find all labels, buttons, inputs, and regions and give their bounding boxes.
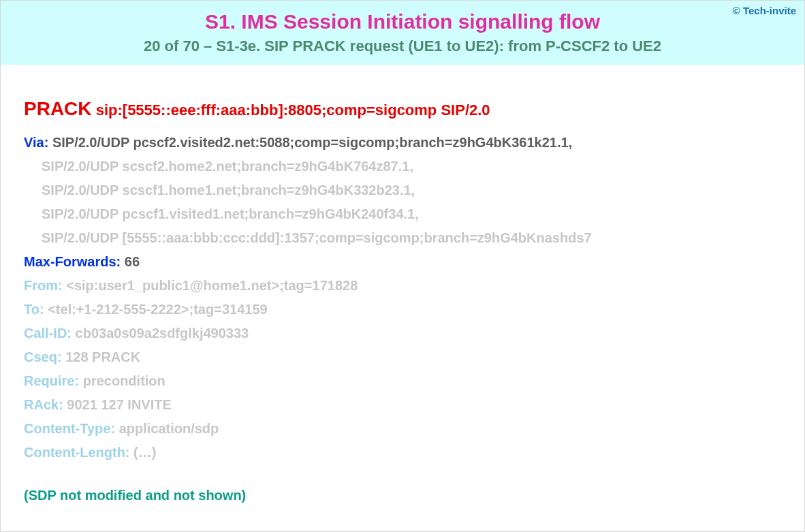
sip-header-value: <sip:user1_public1@home1.net>;tag=171828 [66,278,358,293]
sip-header-value: 128 PRACK [65,349,140,364]
sdp-note: (SDP not modified and not shown) [24,484,784,507]
sip-header-value: application/sdp [119,421,219,436]
max-forwards-header: Max-Forwards: 66 [24,250,784,274]
sip-header-name: From: [24,278,63,293]
sip-header-name: RAck: [24,397,63,412]
via-header-continuation: SIP/2.0/UDP [5555::aaa:bbb:ccc:ddd]:1357… [24,226,784,250]
sip-header: To: <tel:+1-212-555-2222>;tag=314159 [24,298,784,322]
sip-header: Content-Type: application/sdp [24,417,784,441]
sip-method: PRACK [24,98,92,119]
sip-header: Cseq: 128 PRACK [24,345,784,369]
sip-header-name: Call-ID: [24,326,72,341]
copyright-text: © Tech-invite [733,5,796,16]
via-header-continuation: SIP/2.0/UDP scscf2.home2.net;branch=z9hG… [24,155,784,178]
sip-header-name: Cseq: [24,349,62,364]
message-body: PRACK sip:[5555::eee:fff:aaa:bbb]:8805;c… [1,65,804,521]
page-title: S1. IMS Session Initiation signalling fl… [1,10,804,33]
max-forwards-name: Max-Forwards: [24,254,121,269]
via-header-first-value: SIP/2.0/UDP pcscf2.visited2.net:5088;com… [52,135,572,150]
faded-headers-block: From: <sip:user1_public1@home1.net>;tag=… [24,274,784,465]
sip-header-value: cb03a0s09a2sdfglkj490333 [76,326,249,341]
max-forwards-value: 66 [125,254,140,269]
sip-header-value: precondition [83,373,165,388]
sip-request-uri: sip:[5555::eee:fff:aaa:bbb]:8805;comp=si… [96,101,490,119]
sip-header-name: Content-Type: [24,421,115,436]
sip-header: RAck: 9021 127 INVITE [24,393,784,417]
via-header-continuations: SIP/2.0/UDP scscf2.home2.net;branch=z9hG… [24,155,784,250]
sip-header-value: (…) [133,445,156,460]
header-banner: © Tech-invite S1. IMS Session Initiation… [1,1,804,65]
sip-header-name: Require: [24,373,79,388]
sip-header-value: 9021 127 INVITE [67,397,171,412]
sip-header-name: To: [24,302,44,317]
sip-header: Require: precondition [24,369,784,393]
via-header: Via: SIP/2.0/UDP pcscf2.visited2.net:508… [24,131,784,155]
sip-header-value: <tel:+1-212-555-2222>;tag=314159 [48,302,267,317]
sip-header: From: <sip:user1_public1@home1.net>;tag=… [24,274,784,298]
via-header-name: Via: [24,135,48,150]
via-header-continuation: SIP/2.0/UDP pcscf1.visited1.net;branch=z… [24,202,784,226]
sip-request-line: PRACK sip:[5555::eee:fff:aaa:bbb]:8805;c… [24,92,784,125]
sip-header-name: Content-Length: [24,445,130,460]
document-frame: © Tech-invite S1. IMS Session Initiation… [0,0,805,532]
sip-header: Call-ID: cb03a0s09a2sdfglkj490333 [24,322,784,345]
sip-header: Content-Length: (…) [24,441,784,465]
page-subtitle: 20 of 70 – S1-3e. SIP PRACK request (UE1… [1,37,804,55]
via-header-continuation: SIP/2.0/UDP scscf1.home1.net;branch=z9hG… [24,178,784,202]
